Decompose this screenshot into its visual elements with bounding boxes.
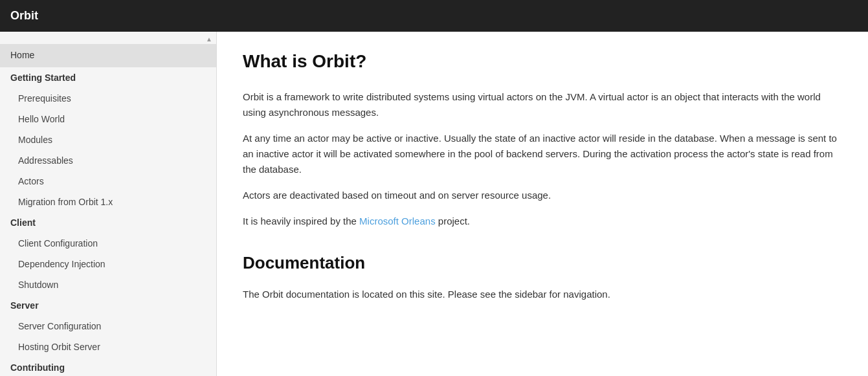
sidebar-item-modules[interactable]: Modules bbox=[0, 129, 216, 150]
sidebar-item-server[interactable]: Server bbox=[0, 295, 216, 316]
sidebar-item-hello-world[interactable]: Hello World bbox=[0, 109, 216, 129]
sidebar-item-server-configuration[interactable]: Server Configuration bbox=[0, 316, 216, 337]
sidebar-item-client[interactable]: Client bbox=[0, 212, 216, 233]
app-header: Orbit bbox=[0, 0, 868, 32]
app-title: Orbit bbox=[10, 9, 38, 22]
sidebar-item-migration-from-orbit[interactable]: Migration from Orbit 1.x bbox=[0, 192, 216, 212]
sidebar-item-prerequisites[interactable]: Prerequisites bbox=[0, 88, 216, 109]
doc-heading: Documentation bbox=[243, 250, 842, 277]
main-layout: ▲ HomeGetting StartedPrerequisitesHello … bbox=[0, 32, 868, 376]
paragraph-3: Actors are deactivated based on timeout … bbox=[243, 188, 842, 203]
sidebar-item-getting-started[interactable]: Getting Started bbox=[0, 67, 216, 88]
main-heading: What is Orbit? bbox=[243, 47, 842, 76]
sidebar-item-shutdown[interactable]: Shutdown bbox=[0, 274, 216, 295]
sidebar-item-hosting-orbit-server[interactable]: Hosting Orbit Server bbox=[0, 337, 216, 357]
paragraph-4: It is heavily inspired by the Microsoft … bbox=[243, 214, 842, 229]
sidebar-item-contributing[interactable]: Contributing bbox=[0, 357, 216, 376]
sidebar-item-client-configuration[interactable]: Client Configuration bbox=[0, 233, 216, 254]
scroll-indicator: ▲ bbox=[0, 34, 216, 44]
microsoft-orleans-link[interactable]: Microsoft Orleans bbox=[359, 216, 436, 227]
paragraph-2: At any time an actor may be active or in… bbox=[243, 131, 842, 177]
paragraph-4-prefix: It is heavily inspired by the bbox=[243, 216, 359, 227]
sidebar-item-actors[interactable]: Actors bbox=[0, 171, 216, 192]
sidebar-items-container: HomeGetting StartedPrerequisitesHello Wo… bbox=[0, 44, 216, 376]
doc-paragraph: The Orbit documentation is located on th… bbox=[243, 287, 842, 302]
sidebar-item-home[interactable]: Home bbox=[0, 44, 216, 67]
sidebar-item-dependency-injection[interactable]: Dependency Injection bbox=[0, 254, 216, 274]
main-content: What is Orbit? Orbit is a framework to w… bbox=[217, 32, 868, 376]
sidebar-item-addressables[interactable]: Addressables bbox=[0, 150, 216, 171]
paragraph-4-suffix: project. bbox=[436, 216, 470, 227]
paragraph-1: Orbit is a framework to write distribute… bbox=[243, 89, 842, 120]
sidebar: ▲ HomeGetting StartedPrerequisitesHello … bbox=[0, 32, 217, 376]
